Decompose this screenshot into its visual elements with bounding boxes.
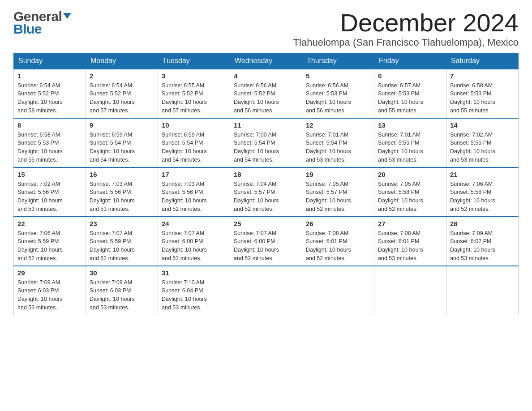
day-number: 19 xyxy=(306,171,370,178)
calendar-day-empty xyxy=(446,266,519,315)
day-number: 7 xyxy=(450,72,515,80)
calendar-week-3: 15Sunrise: 7:02 AMSunset: 5:56 PMDayligh… xyxy=(14,167,519,217)
day-info: Sunrise: 7:07 AMSunset: 6:00 PMDaylight:… xyxy=(234,229,298,263)
calendar-day-6: 6Sunrise: 6:57 AMSunset: 5:53 PMDaylight… xyxy=(374,69,446,118)
calendar-day-22: 22Sunrise: 7:06 AMSunset: 5:59 PMDayligh… xyxy=(14,217,86,266)
day-number: 25 xyxy=(234,220,298,227)
calendar-day-29: 29Sunrise: 7:09 AMSunset: 6:03 PMDayligh… xyxy=(14,266,86,315)
day-number: 4 xyxy=(234,72,298,80)
day-info: Sunrise: 7:05 AMSunset: 5:58 PMDaylight:… xyxy=(378,180,442,214)
calendar-week-4: 22Sunrise: 7:06 AMSunset: 5:59 PMDayligh… xyxy=(14,217,519,266)
day-info: Sunrise: 7:06 AMSunset: 5:58 PMDaylight:… xyxy=(450,180,515,214)
calendar-day-27: 27Sunrise: 7:08 AMSunset: 6:01 PMDayligh… xyxy=(374,217,446,266)
day-info: Sunrise: 6:58 AMSunset: 5:53 PMDaylight:… xyxy=(450,81,515,115)
calendar-day-23: 23Sunrise: 7:07 AMSunset: 5:59 PMDayligh… xyxy=(86,217,158,266)
calendar-day-21: 21Sunrise: 7:06 AMSunset: 5:58 PMDayligh… xyxy=(446,167,519,217)
calendar-header-monday: Monday xyxy=(86,53,158,69)
calendar-day-3: 3Sunrise: 6:55 AMSunset: 5:52 PMDaylight… xyxy=(158,69,230,118)
calendar-day-empty xyxy=(302,266,374,315)
day-info: Sunrise: 6:57 AMSunset: 5:53 PMDaylight:… xyxy=(378,81,442,115)
calendar-table: SundayMondayTuesdayWednesdayThursdayFrid… xyxy=(13,53,519,315)
day-info: Sunrise: 7:07 AMSunset: 5:59 PMDaylight:… xyxy=(90,229,154,263)
day-number: 28 xyxy=(450,220,515,227)
day-number: 31 xyxy=(162,269,226,277)
day-info: Sunrise: 7:10 AMSunset: 6:04 PMDaylight:… xyxy=(162,278,226,312)
calendar-day-empty xyxy=(374,266,446,315)
day-info: Sunrise: 7:08 AMSunset: 6:01 PMDaylight:… xyxy=(306,229,370,263)
day-number: 8 xyxy=(17,121,82,129)
calendar-day-13: 13Sunrise: 7:01 AMSunset: 5:55 PMDayligh… xyxy=(374,118,446,167)
day-info: Sunrise: 6:59 AMSunset: 5:54 PMDaylight:… xyxy=(90,131,154,164)
day-number: 12 xyxy=(306,121,370,129)
calendar-day-24: 24Sunrise: 7:07 AMSunset: 6:00 PMDayligh… xyxy=(158,217,230,266)
day-number: 30 xyxy=(90,269,154,277)
calendar-day-31: 31Sunrise: 7:10 AMSunset: 6:04 PMDayligh… xyxy=(158,266,230,315)
day-number: 22 xyxy=(17,220,82,227)
day-number: 20 xyxy=(378,171,442,178)
day-number: 24 xyxy=(162,220,226,227)
calendar-day-5: 5Sunrise: 6:56 AMSunset: 5:53 PMDaylight… xyxy=(302,69,374,118)
day-info: Sunrise: 6:58 AMSunset: 5:53 PMDaylight:… xyxy=(17,131,82,164)
calendar-day-19: 19Sunrise: 7:05 AMSunset: 5:57 PMDayligh… xyxy=(302,167,374,217)
day-info: Sunrise: 7:09 AMSunset: 6:02 PMDaylight:… xyxy=(450,229,515,263)
calendar-day-4: 4Sunrise: 6:56 AMSunset: 5:52 PMDaylight… xyxy=(230,69,302,118)
calendar-day-12: 12Sunrise: 7:01 AMSunset: 5:54 PMDayligh… xyxy=(302,118,374,167)
logo: General Blue xyxy=(13,9,71,37)
calendar-week-5: 29Sunrise: 7:09 AMSunset: 6:03 PMDayligh… xyxy=(14,266,519,315)
day-info: Sunrise: 7:08 AMSunset: 6:01 PMDaylight:… xyxy=(378,229,442,263)
day-number: 29 xyxy=(17,269,82,277)
day-info: Sunrise: 7:06 AMSunset: 5:59 PMDaylight:… xyxy=(17,229,82,263)
day-info: Sunrise: 7:01 AMSunset: 5:54 PMDaylight:… xyxy=(306,131,370,164)
day-info: Sunrise: 7:07 AMSunset: 6:00 PMDaylight:… xyxy=(162,229,226,263)
calendar-day-26: 26Sunrise: 7:08 AMSunset: 6:01 PMDayligh… xyxy=(302,217,374,266)
calendar-day-empty xyxy=(230,266,302,315)
logo-triangle-icon xyxy=(63,13,71,19)
day-number: 6 xyxy=(378,72,442,80)
calendar-day-8: 8Sunrise: 6:58 AMSunset: 5:53 PMDaylight… xyxy=(14,118,86,167)
day-number: 11 xyxy=(234,121,298,129)
title-block: December 2024 Tlahuelompa (San Francisco… xyxy=(293,9,519,48)
calendar-day-14: 14Sunrise: 7:02 AMSunset: 5:55 PMDayligh… xyxy=(446,118,519,167)
day-info: Sunrise: 6:56 AMSunset: 5:53 PMDaylight:… xyxy=(306,81,370,115)
calendar-day-18: 18Sunrise: 7:04 AMSunset: 5:57 PMDayligh… xyxy=(230,167,302,217)
day-info: Sunrise: 7:09 AMSunset: 6:03 PMDaylight:… xyxy=(17,278,82,312)
day-info: Sunrise: 7:09 AMSunset: 6:03 PMDaylight:… xyxy=(90,278,154,312)
day-number: 17 xyxy=(162,171,226,178)
day-number: 14 xyxy=(450,121,515,129)
day-info: Sunrise: 7:00 AMSunset: 5:54 PMDaylight:… xyxy=(234,131,298,164)
calendar-week-1: 1Sunrise: 6:54 AMSunset: 5:52 PMDaylight… xyxy=(14,69,519,118)
day-info: Sunrise: 7:02 AMSunset: 5:56 PMDaylight:… xyxy=(17,180,82,214)
day-number: 23 xyxy=(90,220,154,227)
calendar-day-1: 1Sunrise: 6:54 AMSunset: 5:52 PMDaylight… xyxy=(14,69,86,118)
calendar-header-saturday: Saturday xyxy=(446,53,519,69)
calendar-header-row: SundayMondayTuesdayWednesdayThursdayFrid… xyxy=(14,53,519,69)
day-info: Sunrise: 7:02 AMSunset: 5:55 PMDaylight:… xyxy=(450,131,515,164)
day-number: 26 xyxy=(306,220,370,227)
day-number: 10 xyxy=(162,121,226,129)
day-number: 13 xyxy=(378,121,442,129)
day-info: Sunrise: 6:55 AMSunset: 5:52 PMDaylight:… xyxy=(162,81,226,115)
day-number: 16 xyxy=(90,171,154,178)
calendar-header-friday: Friday xyxy=(374,53,446,69)
day-number: 21 xyxy=(450,171,515,178)
calendar-day-11: 11Sunrise: 7:00 AMSunset: 5:54 PMDayligh… xyxy=(230,118,302,167)
calendar-day-30: 30Sunrise: 7:09 AMSunset: 6:03 PMDayligh… xyxy=(86,266,158,315)
day-info: Sunrise: 7:03 AMSunset: 5:56 PMDaylight:… xyxy=(162,180,226,214)
day-number: 9 xyxy=(90,121,154,129)
day-info: Sunrise: 6:59 AMSunset: 5:54 PMDaylight:… xyxy=(162,131,226,164)
calendar-day-25: 25Sunrise: 7:07 AMSunset: 6:00 PMDayligh… xyxy=(230,217,302,266)
calendar-day-2: 2Sunrise: 6:54 AMSunset: 5:52 PMDaylight… xyxy=(86,69,158,118)
calendar-day-16: 16Sunrise: 7:03 AMSunset: 5:56 PMDayligh… xyxy=(86,167,158,217)
day-number: 5 xyxy=(306,72,370,80)
calendar-week-2: 8Sunrise: 6:58 AMSunset: 5:53 PMDaylight… xyxy=(14,118,519,167)
calendar-header-tuesday: Tuesday xyxy=(158,53,230,69)
day-info: Sunrise: 6:54 AMSunset: 5:52 PMDaylight:… xyxy=(90,81,154,115)
page-header: General Blue December 2024 Tlahuelompa (… xyxy=(13,9,519,48)
day-number: 3 xyxy=(162,72,226,80)
day-info: Sunrise: 7:05 AMSunset: 5:57 PMDaylight:… xyxy=(306,180,370,214)
day-number: 2 xyxy=(90,72,154,80)
calendar-day-17: 17Sunrise: 7:03 AMSunset: 5:56 PMDayligh… xyxy=(158,167,230,217)
logo-word-blue: Blue xyxy=(13,21,71,37)
calendar-day-10: 10Sunrise: 6:59 AMSunset: 5:54 PMDayligh… xyxy=(158,118,230,167)
calendar-day-20: 20Sunrise: 7:05 AMSunset: 5:58 PMDayligh… xyxy=(374,167,446,217)
